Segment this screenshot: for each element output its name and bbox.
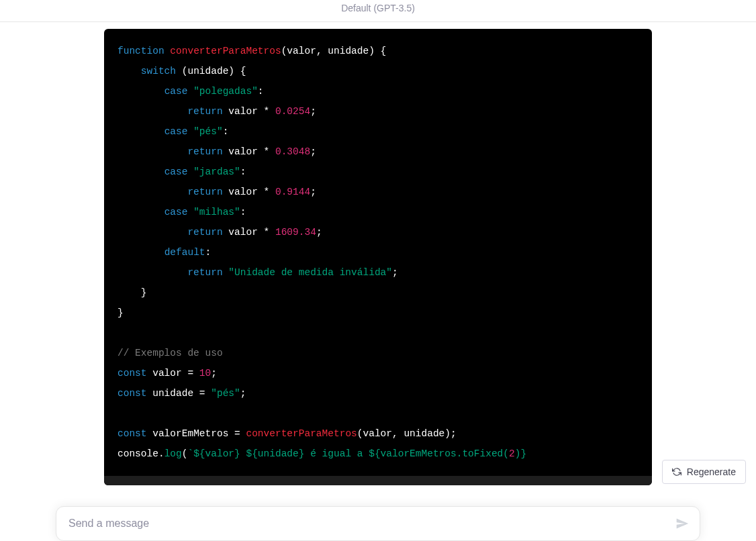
chat-container: function converterParaMetros(valor, unid… bbox=[0, 20, 756, 541]
code-block: function converterParaMetros(valor, unid… bbox=[104, 29, 652, 485]
model-header: Default (GPT-3.5) bbox=[0, 0, 756, 22]
regenerate-label: Regenerate bbox=[687, 466, 736, 477]
regenerate-icon bbox=[672, 467, 681, 477]
message-input[interactable]: Send a message bbox=[56, 506, 700, 541]
input-placeholder: Send a message bbox=[68, 518, 149, 529]
regenerate-button[interactable]: Regenerate bbox=[662, 460, 746, 484]
model-label: Default (GPT-3.5) bbox=[341, 3, 415, 13]
code-content[interactable]: function converterParaMetros(valor, unid… bbox=[104, 29, 652, 476]
input-container: Send a message bbox=[56, 499, 700, 541]
code-scrollbar[interactable] bbox=[104, 476, 652, 485]
send-icon[interactable] bbox=[675, 517, 689, 530]
